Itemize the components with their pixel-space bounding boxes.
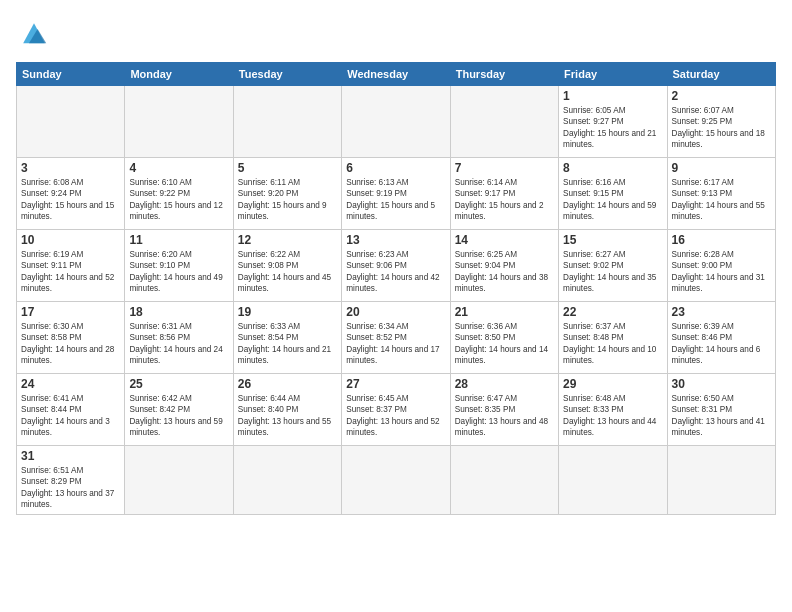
day-cell: 8Sunrise: 6:16 AM Sunset: 9:15 PM Daylig… [559, 158, 667, 230]
day-info: Sunrise: 6:14 AM Sunset: 9:17 PM Dayligh… [455, 177, 554, 223]
day-info: Sunrise: 6:51 AM Sunset: 8:29 PM Dayligh… [21, 465, 120, 511]
day-cell: 10Sunrise: 6:19 AM Sunset: 9:11 PM Dayli… [17, 230, 125, 302]
day-cell [125, 86, 233, 158]
day-number: 9 [672, 161, 771, 175]
day-cell: 27Sunrise: 6:45 AM Sunset: 8:37 PM Dayli… [342, 374, 450, 446]
day-number: 10 [21, 233, 120, 247]
day-info: Sunrise: 6:34 AM Sunset: 8:52 PM Dayligh… [346, 321, 445, 367]
day-cell: 20Sunrise: 6:34 AM Sunset: 8:52 PM Dayli… [342, 302, 450, 374]
day-info: Sunrise: 6:23 AM Sunset: 9:06 PM Dayligh… [346, 249, 445, 295]
day-info: Sunrise: 6:44 AM Sunset: 8:40 PM Dayligh… [238, 393, 337, 439]
day-cell: 6Sunrise: 6:13 AM Sunset: 9:19 PM Daylig… [342, 158, 450, 230]
day-number: 6 [346, 161, 445, 175]
day-info: Sunrise: 6:11 AM Sunset: 9:20 PM Dayligh… [238, 177, 337, 223]
day-cell: 18Sunrise: 6:31 AM Sunset: 8:56 PM Dayli… [125, 302, 233, 374]
day-cell: 29Sunrise: 6:48 AM Sunset: 8:33 PM Dayli… [559, 374, 667, 446]
day-number: 8 [563, 161, 662, 175]
day-cell: 9Sunrise: 6:17 AM Sunset: 9:13 PM Daylig… [667, 158, 775, 230]
week-row-4: 17Sunrise: 6:30 AM Sunset: 8:58 PM Dayli… [17, 302, 776, 374]
day-cell [342, 446, 450, 515]
day-number: 15 [563, 233, 662, 247]
day-info: Sunrise: 6:36 AM Sunset: 8:50 PM Dayligh… [455, 321, 554, 367]
day-cell: 13Sunrise: 6:23 AM Sunset: 9:06 PM Dayli… [342, 230, 450, 302]
day-info: Sunrise: 6:19 AM Sunset: 9:11 PM Dayligh… [21, 249, 120, 295]
day-cell: 12Sunrise: 6:22 AM Sunset: 9:08 PM Dayli… [233, 230, 341, 302]
day-info: Sunrise: 6:47 AM Sunset: 8:35 PM Dayligh… [455, 393, 554, 439]
day-number: 26 [238, 377, 337, 391]
col-header-sunday: Sunday [17, 63, 125, 86]
day-number: 17 [21, 305, 120, 319]
calendar-page: SundayMondayTuesdayWednesdayThursdayFrid… [0, 0, 792, 523]
day-cell: 19Sunrise: 6:33 AM Sunset: 8:54 PM Dayli… [233, 302, 341, 374]
header [16, 16, 776, 52]
day-number: 20 [346, 305, 445, 319]
day-info: Sunrise: 6:22 AM Sunset: 9:08 PM Dayligh… [238, 249, 337, 295]
day-number: 22 [563, 305, 662, 319]
day-info: Sunrise: 6:31 AM Sunset: 8:56 PM Dayligh… [129, 321, 228, 367]
day-cell: 22Sunrise: 6:37 AM Sunset: 8:48 PM Dayli… [559, 302, 667, 374]
day-number: 7 [455, 161, 554, 175]
day-info: Sunrise: 6:27 AM Sunset: 9:02 PM Dayligh… [563, 249, 662, 295]
day-number: 30 [672, 377, 771, 391]
day-cell [559, 446, 667, 515]
logo [16, 16, 56, 52]
generalblue-logo-icon [16, 16, 52, 52]
col-header-friday: Friday [559, 63, 667, 86]
day-number: 28 [455, 377, 554, 391]
day-info: Sunrise: 6:08 AM Sunset: 9:24 PM Dayligh… [21, 177, 120, 223]
day-info: Sunrise: 6:13 AM Sunset: 9:19 PM Dayligh… [346, 177, 445, 223]
week-row-2: 3Sunrise: 6:08 AM Sunset: 9:24 PM Daylig… [17, 158, 776, 230]
day-cell: 25Sunrise: 6:42 AM Sunset: 8:42 PM Dayli… [125, 374, 233, 446]
day-cell: 31Sunrise: 6:51 AM Sunset: 8:29 PM Dayli… [17, 446, 125, 515]
day-info: Sunrise: 6:50 AM Sunset: 8:31 PM Dayligh… [672, 393, 771, 439]
day-info: Sunrise: 6:20 AM Sunset: 9:10 PM Dayligh… [129, 249, 228, 295]
day-cell [342, 86, 450, 158]
day-cell: 2Sunrise: 6:07 AM Sunset: 9:25 PM Daylig… [667, 86, 775, 158]
week-row-3: 10Sunrise: 6:19 AM Sunset: 9:11 PM Dayli… [17, 230, 776, 302]
day-cell: 23Sunrise: 6:39 AM Sunset: 8:46 PM Dayli… [667, 302, 775, 374]
day-info: Sunrise: 6:16 AM Sunset: 9:15 PM Dayligh… [563, 177, 662, 223]
day-info: Sunrise: 6:45 AM Sunset: 8:37 PM Dayligh… [346, 393, 445, 439]
day-number: 13 [346, 233, 445, 247]
day-info: Sunrise: 6:28 AM Sunset: 9:00 PM Dayligh… [672, 249, 771, 295]
day-cell [233, 86, 341, 158]
day-info: Sunrise: 6:30 AM Sunset: 8:58 PM Dayligh… [21, 321, 120, 367]
day-number: 31 [21, 449, 120, 463]
day-cell: 21Sunrise: 6:36 AM Sunset: 8:50 PM Dayli… [450, 302, 558, 374]
week-row-1: 1Sunrise: 6:05 AM Sunset: 9:27 PM Daylig… [17, 86, 776, 158]
day-number: 3 [21, 161, 120, 175]
calendar-table: SundayMondayTuesdayWednesdayThursdayFrid… [16, 62, 776, 515]
col-header-monday: Monday [125, 63, 233, 86]
week-row-5: 24Sunrise: 6:41 AM Sunset: 8:44 PM Dayli… [17, 374, 776, 446]
day-info: Sunrise: 6:41 AM Sunset: 8:44 PM Dayligh… [21, 393, 120, 439]
day-info: Sunrise: 6:17 AM Sunset: 9:13 PM Dayligh… [672, 177, 771, 223]
col-header-wednesday: Wednesday [342, 63, 450, 86]
day-number: 5 [238, 161, 337, 175]
day-number: 21 [455, 305, 554, 319]
day-number: 25 [129, 377, 228, 391]
day-cell: 16Sunrise: 6:28 AM Sunset: 9:00 PM Dayli… [667, 230, 775, 302]
day-cell [450, 446, 558, 515]
day-cell: 11Sunrise: 6:20 AM Sunset: 9:10 PM Dayli… [125, 230, 233, 302]
day-cell: 7Sunrise: 6:14 AM Sunset: 9:17 PM Daylig… [450, 158, 558, 230]
day-cell [667, 446, 775, 515]
day-cell: 17Sunrise: 6:30 AM Sunset: 8:58 PM Dayli… [17, 302, 125, 374]
day-info: Sunrise: 6:42 AM Sunset: 8:42 PM Dayligh… [129, 393, 228, 439]
day-number: 1 [563, 89, 662, 103]
day-number: 29 [563, 377, 662, 391]
col-header-thursday: Thursday [450, 63, 558, 86]
day-cell: 1Sunrise: 6:05 AM Sunset: 9:27 PM Daylig… [559, 86, 667, 158]
day-info: Sunrise: 6:48 AM Sunset: 8:33 PM Dayligh… [563, 393, 662, 439]
day-cell [233, 446, 341, 515]
day-number: 18 [129, 305, 228, 319]
day-info: Sunrise: 6:07 AM Sunset: 9:25 PM Dayligh… [672, 105, 771, 151]
day-cell: 5Sunrise: 6:11 AM Sunset: 9:20 PM Daylig… [233, 158, 341, 230]
day-cell: 30Sunrise: 6:50 AM Sunset: 8:31 PM Dayli… [667, 374, 775, 446]
day-info: Sunrise: 6:05 AM Sunset: 9:27 PM Dayligh… [563, 105, 662, 151]
week-row-6: 31Sunrise: 6:51 AM Sunset: 8:29 PM Dayli… [17, 446, 776, 515]
day-number: 12 [238, 233, 337, 247]
day-cell [450, 86, 558, 158]
day-number: 16 [672, 233, 771, 247]
day-number: 27 [346, 377, 445, 391]
day-cell [17, 86, 125, 158]
